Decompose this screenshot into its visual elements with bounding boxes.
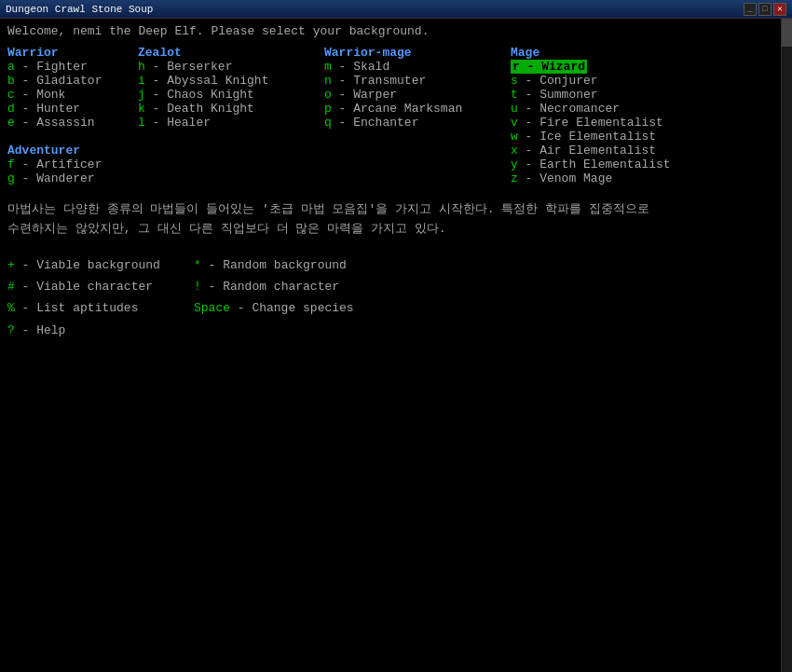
mage-item-v[interactable]: v - Fire Elementalist [511,116,716,130]
warrior-mage-header: Warrior-mage [324,46,511,60]
title-bar: Dungeon Crawl Stone Soup _ □ ✕ [0,0,792,19]
adventurer-item-f[interactable]: f - Artificer [7,158,138,171]
zealot-header: Zealot [138,46,324,60]
hotkey-viable-bg: + - Viable background [7,254,194,276]
adventurer-item-g[interactable]: g - Wanderer [7,171,138,185]
welcome-line: Welcome, nemi the Deep Elf. Please selec… [7,24,785,38]
warrior-item-e[interactable]: e - Assassin [7,116,138,130]
close-button[interactable]: ✕ [773,3,786,16]
columns-area: Warrior a - Fighter b - Gladiator c - Mo… [7,46,785,185]
warrior-item-a[interactable]: a - Fighter [7,60,138,74]
wmage-item-m[interactable]: m - Skald [324,60,511,74]
hotkey-list-apt: % - List aptitudes [7,297,194,319]
mage-item-s[interactable]: s - Conjurer [511,74,716,88]
zealot-item-h[interactable]: h - Berserker [138,60,324,74]
wmage-item-n[interactable]: n - Transmuter [324,74,511,88]
warrior-item-d[interactable]: d - Hunter [7,102,138,116]
hotkey-line-4: ? - Help [7,320,785,341]
warrior-column: Warrior a - Fighter b - Gladiator c - Mo… [7,46,138,185]
mage-column: Mage r - Wizard s - Conjurer t - Summone… [511,46,716,185]
hotkey-space-species: Space - Change species [194,297,380,319]
description-box: 마법사는 다양한 종류의 마법들이 들어있는 '초급 마법 모음집'을 가지고 … [7,200,697,240]
mage-item-u[interactable]: u - Necromancer [511,102,716,116]
mage-item-x[interactable]: x - Air Elementalist [511,144,716,158]
hotkey-random-bg: * - Random background [194,254,380,276]
hotkey-random-char: ! - Random character [194,276,380,297]
mage-item-r[interactable]: r - Wizard [511,60,716,74]
warrior-header: Warrior [7,46,138,60]
hotkey-line-1: + - Viable background * - Random backgro… [7,254,785,276]
warrior-item-c[interactable]: c - Monk [7,88,138,102]
hotkey-help: ? - Help [7,320,194,341]
hotkeys-area: + - Viable background * - Random backgro… [7,254,785,342]
mage-item-z[interactable]: z - Venom Mage [511,171,716,185]
hotkey-line-3: % - List aptitudes Space - Change specie… [7,297,785,319]
warrior-mage-column: Warrior-mage m - Skald n - Transmuter o … [324,46,511,185]
zealot-item-j[interactable]: j - Chaos Knight [138,88,324,102]
hotkey-line-2: # - Viable character ! - Random characte… [7,276,785,297]
zealot-item-i[interactable]: i - Abyssal Knight [138,74,324,88]
scrollbar-track [781,19,792,672]
title-bar-text: Dungeon Crawl Stone Soup [6,4,153,15]
minimize-button[interactable]: _ [744,3,757,16]
maximize-button[interactable]: □ [758,3,772,16]
hotkey-viable-char: # - Viable character [7,276,194,297]
mage-header: Mage [511,46,716,60]
adventurer-header: Adventurer [7,144,138,158]
warrior-item-b[interactable]: b - Gladiator [7,74,138,88]
wmage-item-o[interactable]: o - Warper [324,88,511,102]
description-text: 마법사는 다양한 종류의 마법들이 들어있는 '초급 마법 모음집'을 가지고 … [7,202,649,236]
mage-item-t[interactable]: t - Summoner [511,88,716,102]
zealot-item-l[interactable]: l - Healer [138,116,324,130]
mage-item-y[interactable]: y - Earth Elementalist [511,158,716,171]
main-area: Welcome, nemi the Deep Elf. Please selec… [0,19,792,672]
scrollbar-thumb[interactable] [782,19,792,47]
zealot-column: Zealot h - Berserker i - Abyssal Knight … [138,46,324,185]
mage-item-w[interactable]: w - Ice Elementalist [511,130,716,144]
zealot-item-k[interactable]: k - Death Knight [138,102,324,116]
title-bar-buttons: _ □ ✕ [744,3,786,16]
wmage-item-p[interactable]: p - Arcane Marksman [324,102,511,116]
wmage-item-q[interactable]: q - Enchanter [324,116,511,130]
